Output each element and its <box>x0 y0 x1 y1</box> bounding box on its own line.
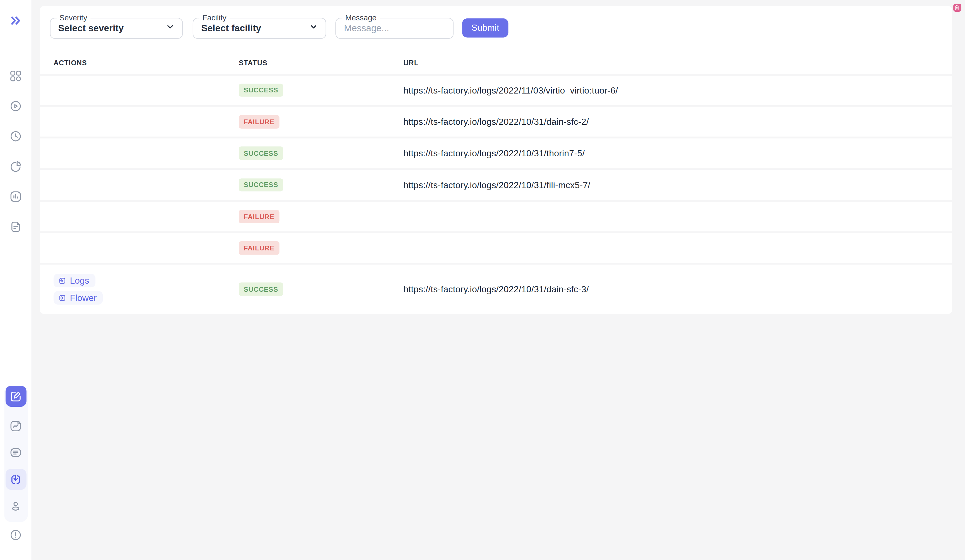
status-cell: SUCCESS <box>239 83 404 97</box>
bar-chart-icon <box>9 190 22 202</box>
action-logs-button[interactable]: Logs <box>54 274 95 287</box>
download-icon <box>9 473 22 486</box>
severity-select[interactable]: Severity Select severity <box>49 18 183 39</box>
sidebar-item-profile[interactable] <box>5 495 26 516</box>
sidebar-item-import-active[interactable] <box>5 469 26 490</box>
sidebar-item-logs-list[interactable] <box>5 442 26 463</box>
column-header-url: URL <box>404 59 952 66</box>
sidebar-item-documents[interactable] <box>5 216 26 237</box>
clock-icon <box>9 129 22 142</box>
status-cell: SUCCESS <box>239 282 404 296</box>
sidebar-logo-toggle[interactable] <box>5 10 26 31</box>
status-cell: SUCCESS <box>239 178 404 192</box>
action-label: Logs <box>70 276 89 285</box>
sidebar-item-reports[interactable] <box>5 186 26 207</box>
table-row: LogsFlowerSUCCESShttps://ts-factory.io/l… <box>40 264 952 313</box>
status-badge: FAILURE <box>239 210 279 223</box>
status-badge: SUCCESS <box>239 282 283 296</box>
sidebar-item-runs[interactable] <box>5 95 26 116</box>
table-row: FAILURE <box>40 233 952 263</box>
sidebar-item-dashboard[interactable] <box>5 65 26 86</box>
url-text: https://ts-factory.io/logs/2022/10/31/da… <box>404 117 589 127</box>
table-header: ACTIONS STATUS URL <box>40 51 952 73</box>
line-chart-icon <box>9 419 22 432</box>
url-text: https://ts-factory.io/logs/2022/10/31/da… <box>404 284 589 294</box>
url-cell: https://ts-factory.io/logs/2022/10/31/th… <box>404 148 952 159</box>
url-cell: https://ts-factory.io/logs/2022/10/31/da… <box>404 116 952 127</box>
status-cell: FAILURE <box>239 210 404 223</box>
table-row: SUCCESShttps://ts-factory.io/logs/2022/1… <box>40 170 952 199</box>
column-header-actions: ACTIONS <box>54 59 239 66</box>
sidebar-item-history[interactable] <box>5 126 26 147</box>
facility-label: Facility <box>200 13 229 23</box>
message-field-wrap: Message <box>335 18 453 39</box>
double-chevron-right-icon <box>10 16 21 25</box>
url-cell: https://ts-factory.io/logs/2022/11/03/vi… <box>404 85 952 96</box>
url-text: https://ts-factory.io/logs/2022/10/31/fi… <box>404 180 590 190</box>
arrow-box-icon <box>58 276 67 285</box>
arrow-box-icon <box>58 294 67 302</box>
sidebar-item-stats[interactable] <box>5 156 26 177</box>
severity-value: Select severity <box>58 23 124 33</box>
table-row: FAILURE <box>40 202 952 231</box>
sidebar-item-compose-active[interactable] <box>5 386 26 407</box>
sidebar-item-alerts[interactable] <box>5 524 26 545</box>
status-cell: FAILURE <box>239 115 404 128</box>
status-badge: SUCCESS <box>239 83 283 97</box>
column-header-status: STATUS <box>239 59 404 66</box>
clipboard-icon <box>954 3 960 12</box>
facility-value: Select facility <box>201 23 261 33</box>
submit-button[interactable]: Submit <box>462 18 509 38</box>
user-icon <box>9 500 22 512</box>
action-flower-button[interactable]: Flower <box>54 291 103 304</box>
message-label: Message <box>342 13 379 23</box>
table-body: SUCCESShttps://ts-factory.io/logs/2022/1… <box>40 75 952 313</box>
edit-icon <box>9 390 22 403</box>
sidebar-item-analytics[interactable] <box>5 415 26 436</box>
status-cell: FAILURE <box>239 242 404 255</box>
card-header: Severity Select severity Facility Select… <box>40 6 952 73</box>
log-filter-form: Severity Select severity Facility Select… <box>49 18 508 39</box>
play-circle-icon <box>9 100 22 112</box>
logs-card: Severity Select severity Facility Select… <box>40 6 952 313</box>
status-badge: FAILURE <box>239 242 279 255</box>
facility-select[interactable]: Facility Select facility <box>193 18 326 39</box>
feedback-fab-button[interactable] <box>953 4 961 12</box>
url-text: https://ts-factory.io/logs/2022/11/03/vi… <box>404 85 618 95</box>
chevron-down-icon <box>165 22 175 34</box>
document-icon <box>9 220 22 233</box>
url-text: https://ts-factory.io/logs/2022/10/31/th… <box>404 149 585 158</box>
chevron-down-icon <box>309 22 318 34</box>
sidebar <box>0 0 31 560</box>
status-badge: FAILURE <box>239 115 279 128</box>
status-cell: SUCCESS <box>239 147 404 160</box>
severity-label: Severity <box>56 13 90 23</box>
url-cell: https://ts-factory.io/logs/2022/10/31/fi… <box>404 180 952 191</box>
status-badge: SUCCESS <box>239 178 283 192</box>
pie-chart-icon <box>9 160 22 173</box>
app: Severity Select severity Facility Select… <box>0 0 965 560</box>
action-label: Flower <box>70 293 96 303</box>
grid-icon <box>9 69 22 82</box>
url-cell: https://ts-factory.io/logs/2022/10/31/da… <box>404 284 952 295</box>
table-row: FAILUREhttps://ts-factory.io/logs/2022/1… <box>40 107 952 137</box>
table-row: SUCCESShttps://ts-factory.io/logs/2022/1… <box>40 75 952 105</box>
list-icon <box>9 446 22 459</box>
actions-cell: LogsFlower <box>54 274 239 305</box>
table-row: SUCCESShttps://ts-factory.io/logs/2022/1… <box>40 139 952 168</box>
alert-circle-icon <box>9 528 22 541</box>
status-badge: SUCCESS <box>239 147 283 160</box>
